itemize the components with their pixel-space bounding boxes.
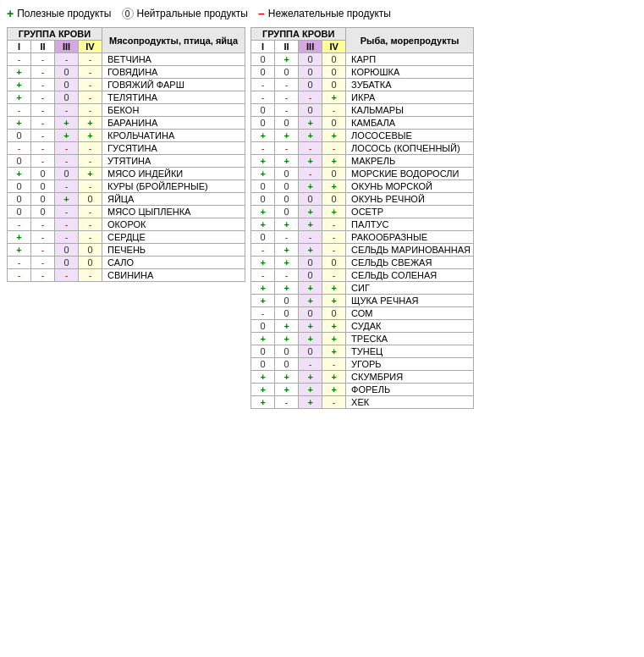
cell-i: + bbox=[251, 155, 275, 168]
product-name: ИКРА bbox=[346, 91, 474, 104]
cell-ii: + bbox=[275, 320, 299, 333]
cell-iv: + bbox=[322, 345, 346, 358]
cell-ii: 0 bbox=[275, 307, 299, 320]
cell-iii: - bbox=[299, 231, 322, 244]
col-IV-header-t2: IV bbox=[322, 41, 346, 53]
cell-i: 0 bbox=[251, 104, 275, 117]
table-row: --0-СЕЛЬДЬ СОЛЕНАЯ bbox=[251, 269, 474, 282]
cell-iv: - bbox=[79, 66, 102, 79]
cell-ii: 0 bbox=[31, 168, 55, 180]
table-row: ----ГУСЯТИНА bbox=[8, 142, 245, 155]
table-row: 0+++СУДАК bbox=[251, 320, 474, 333]
table2-wrapper: ГРУППА КРОВИ Рыба, морепродукты I II III… bbox=[250, 27, 474, 409]
product-name: ЛОСОСЬ (КОПЧЕННЫЙ) bbox=[346, 142, 474, 155]
product-name: РАКООБРАЗНЫЕ bbox=[346, 231, 474, 244]
table-row: 00++ОКУНЬ МОРСКОЙ bbox=[251, 180, 474, 193]
cell-i: - bbox=[251, 91, 275, 104]
cell-iii: + bbox=[299, 244, 322, 257]
cell-iii: + bbox=[299, 117, 322, 130]
cell-i: - bbox=[251, 269, 275, 282]
cell-iii: + bbox=[299, 295, 322, 307]
table-row: ++++ФОРЕЛЬ bbox=[251, 384, 474, 396]
cell-i: + bbox=[251, 218, 275, 231]
cell-iv: 0 bbox=[322, 307, 346, 320]
cell-iv: 0 bbox=[322, 257, 346, 269]
table1-group-header: ГРУППА КРОВИ bbox=[8, 28, 102, 41]
product-name: КРОЛЬЧАТИНА bbox=[102, 130, 245, 142]
cell-ii: - bbox=[31, 104, 55, 117]
cell-ii: 0 bbox=[275, 66, 299, 79]
cell-iii: 0 bbox=[299, 345, 322, 358]
cell-ii: - bbox=[31, 130, 55, 142]
cell-iv: 0 bbox=[322, 168, 346, 180]
product-name: ОКУНЬ РЕЧНОЙ bbox=[346, 193, 474, 206]
cell-iv: - bbox=[79, 180, 102, 193]
cell-ii: - bbox=[31, 142, 55, 155]
cell-ii: 0 bbox=[275, 193, 299, 206]
product-name: КОРЮШКА bbox=[346, 66, 474, 79]
cell-iv: + bbox=[322, 282, 346, 295]
table1-body: ----ВЕТЧИНА+-0-ГОВЯДИНА+-0-ГОВЯЖИЙ ФАРШ+… bbox=[8, 53, 245, 282]
cell-i: 0 bbox=[8, 155, 31, 168]
cell-i: 0 bbox=[8, 193, 31, 206]
cell-iii: 0 bbox=[299, 257, 322, 269]
cell-iv: - bbox=[79, 91, 102, 104]
cell-i: - bbox=[8, 257, 31, 269]
table-row: ++++СИГ bbox=[251, 282, 474, 295]
cell-ii: - bbox=[31, 91, 55, 104]
cell-ii: 0 bbox=[275, 206, 299, 218]
cell-iii: - bbox=[299, 168, 322, 180]
legend-zero-symbol: 0 bbox=[122, 8, 134, 19]
cell-ii: 0 bbox=[275, 168, 299, 180]
table-row: ++++СКУМБРИЯ bbox=[251, 371, 474, 384]
fish-table: ГРУППА КРОВИ Рыба, морепродукты I II III… bbox=[250, 27, 474, 409]
table-row: 0+00КАРП bbox=[251, 53, 474, 66]
cell-iii: 0 bbox=[299, 269, 322, 282]
cell-ii: + bbox=[275, 155, 299, 168]
product-name: ЯЙЦА bbox=[102, 193, 245, 206]
cell-ii: + bbox=[275, 244, 299, 257]
cell-iii: - bbox=[55, 155, 79, 168]
cell-iii: - bbox=[299, 91, 322, 104]
cell-i: 0 bbox=[8, 180, 31, 193]
cell-ii: + bbox=[275, 333, 299, 345]
cell-iv: + bbox=[79, 168, 102, 180]
cell-iv: + bbox=[322, 295, 346, 307]
cell-ii: - bbox=[31, 79, 55, 91]
product-name: СВИНИНА bbox=[102, 269, 245, 282]
table-row: +-00ПЕЧЕНЬ bbox=[8, 244, 245, 257]
cell-ii: - bbox=[275, 396, 299, 409]
product-name: ТЕЛЯТИНА bbox=[102, 91, 245, 104]
cell-ii: + bbox=[275, 282, 299, 295]
col-I-header-t2: I bbox=[251, 41, 275, 53]
product-name: ТУНЕЦ bbox=[346, 345, 474, 358]
cell-ii: 0 bbox=[275, 295, 299, 307]
cell-iv: + bbox=[79, 130, 102, 142]
cell-ii: - bbox=[31, 53, 55, 66]
cell-iv: - bbox=[322, 358, 346, 371]
cell-i: + bbox=[251, 396, 275, 409]
cell-ii: - bbox=[31, 231, 55, 244]
cell-iv: 0 bbox=[79, 193, 102, 206]
cell-i: + bbox=[251, 371, 275, 384]
product-name: СОМ bbox=[346, 307, 474, 320]
cell-i: 0 bbox=[251, 358, 275, 371]
cell-i: + bbox=[251, 282, 275, 295]
cell-i: + bbox=[8, 79, 31, 91]
product-name: СКУМБРИЯ bbox=[346, 371, 474, 384]
product-name: СЕРДЦЕ bbox=[102, 231, 245, 244]
cell-iii: + bbox=[299, 333, 322, 345]
meat-table: ГРУППА КРОВИ Мясопродукты, птица, яйца I… bbox=[7, 27, 245, 282]
cell-iv: - bbox=[79, 206, 102, 218]
col-III-header-t2: III bbox=[299, 41, 322, 53]
product-name: УТЯТИНА bbox=[102, 155, 245, 168]
cell-i: 0 bbox=[8, 130, 31, 142]
cell-iii: + bbox=[299, 320, 322, 333]
cell-i: 0 bbox=[251, 345, 275, 358]
cell-iv: - bbox=[79, 79, 102, 91]
col-I-header-t1: I bbox=[8, 41, 31, 53]
legend-plus-item: + Полезные продукты bbox=[7, 7, 112, 20]
table-row: ----ВЕТЧИНА bbox=[8, 53, 245, 66]
table-row: ----ЛОСОСЬ (КОПЧЕННЫЙ) bbox=[251, 142, 474, 155]
cell-iii: 0 bbox=[55, 244, 79, 257]
